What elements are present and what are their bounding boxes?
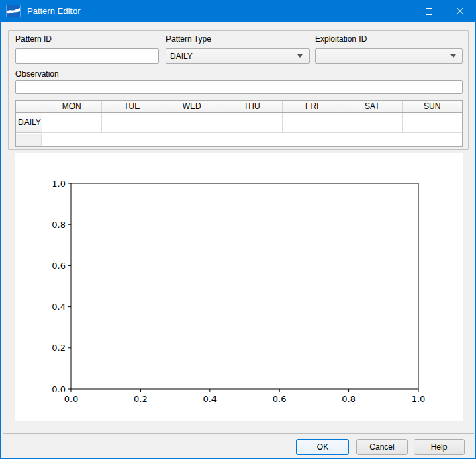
- close-icon: [456, 7, 464, 15]
- column-header-sun[interactable]: SUN: [402, 101, 463, 112]
- cell-daily-sat[interactable]: [342, 112, 403, 132]
- table-row-daily: DAILY: [16, 112, 463, 132]
- maximize-button[interactable]: [414, 1, 444, 22]
- pattern-editor-dialog: Pattern Editor Pattern ID Pattern Type E…: [0, 0, 476, 459]
- svg-text:1.0: 1.0: [412, 394, 426, 404]
- svg-text:0.0: 0.0: [52, 384, 66, 394]
- cell-daily-tue[interactable]: [102, 112, 162, 132]
- svg-text:0.4: 0.4: [52, 302, 66, 312]
- table-corner-cell: [16, 101, 42, 112]
- plot-svg: 0.00.20.40.60.81.00.00.20.40.60.81.0: [15, 153, 463, 421]
- minimize-button[interactable]: [383, 1, 414, 22]
- row-header-stub: [16, 134, 42, 147]
- row-header-daily[interactable]: DAILY: [16, 112, 42, 132]
- minimize-icon: [395, 11, 401, 11]
- svg-text:0.4: 0.4: [203, 394, 217, 404]
- cell-daily-fri[interactable]: [282, 112, 342, 132]
- cell-daily-mon[interactable]: [42, 112, 102, 132]
- svg-text:0.6: 0.6: [273, 394, 287, 404]
- exploitation-id-dropdown[interactable]: [315, 48, 463, 64]
- exploitation-id-label: Exploitation ID: [315, 34, 367, 44]
- table-header-row: MON TUE WED THU FRI SAT SUN: [16, 101, 463, 112]
- column-header-wed[interactable]: WED: [162, 101, 222, 112]
- chevron-down-icon: [297, 54, 303, 58]
- cell-daily-sun[interactable]: [402, 112, 463, 132]
- observation-label: Observation: [15, 69, 59, 79]
- help-button[interactable]: Help: [414, 439, 465, 455]
- close-button[interactable]: [444, 1, 475, 22]
- svg-text:0.8: 0.8: [342, 394, 356, 404]
- week-pattern-table: MON TUE WED THU FRI SAT SUN DAILY: [15, 100, 463, 147]
- pattern-id-label: Pattern ID: [15, 34, 52, 44]
- titlebar: Pattern Editor: [1, 1, 475, 22]
- cell-daily-thu[interactable]: [222, 112, 283, 132]
- window-title: Pattern Editor: [27, 6, 383, 16]
- cell-daily-wed[interactable]: [162, 112, 222, 132]
- svg-text:0.2: 0.2: [134, 394, 148, 404]
- svg-text:1.0: 1.0: [52, 179, 66, 189]
- column-header-thu[interactable]: THU: [222, 101, 283, 112]
- svg-text:0.6: 0.6: [52, 261, 66, 271]
- pattern-type-label: Pattern Type: [166, 34, 211, 44]
- observation-input[interactable]: [15, 80, 463, 94]
- svg-text:0.0: 0.0: [64, 394, 79, 404]
- column-header-sat[interactable]: SAT: [342, 101, 403, 112]
- pattern-type-dropdown[interactable]: DAILY: [166, 48, 310, 64]
- pattern-plot-canvas: 0.00.20.40.60.81.00.00.20.40.60.81.0: [15, 153, 463, 421]
- pattern-type-value: DAILY: [170, 52, 297, 61]
- column-header-mon[interactable]: MON: [42, 101, 102, 112]
- footer-separator: [3, 433, 474, 434]
- cancel-button[interactable]: Cancel: [356, 439, 408, 455]
- column-header-fri[interactable]: FRI: [282, 101, 342, 112]
- app-logo-icon: [6, 5, 21, 17]
- window-controls: [383, 1, 475, 22]
- maximize-icon: [426, 8, 432, 15]
- chevron-down-icon: [450, 54, 456, 58]
- svg-text:0.8: 0.8: [52, 220, 66, 230]
- ok-button[interactable]: OK: [296, 439, 349, 455]
- column-header-tue[interactable]: TUE: [102, 101, 162, 112]
- svg-text:0.2: 0.2: [52, 343, 66, 353]
- pattern-id-input[interactable]: [15, 48, 159, 64]
